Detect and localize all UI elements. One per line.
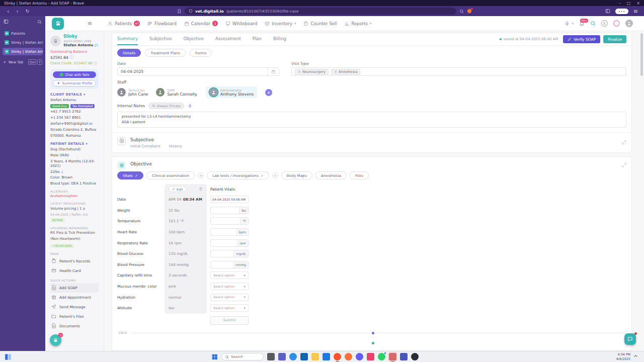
nav-item-patients[interactable]: Patients 47 <box>108 21 140 26</box>
staff-member-dvm[interactable]: DVMSarah Connolly. <box>156 88 197 97</box>
nav-item-inventory[interactable]: Inventory ▾ <box>265 21 296 26</box>
medication-name[interactable]: Volume pricing | 1 a <box>50 207 99 211</box>
info-icon[interactable]: ⓘ <box>94 61 97 66</box>
notifications-button[interactable]: 99+ <box>579 21 585 26</box>
maps-icon[interactable] <box>367 353 374 360</box>
internal-notes-textarea[interactable]: presented for L3-L4 hemilaminectomy ASA … <box>117 112 626 128</box>
browser-tab-slinky-active[interactable]: Slinky | Stefan Anto... × <box>3 48 43 55</box>
chat-with-tails-button[interactable]: Chat with Tails <box>53 71 96 78</box>
submit-vitals-button[interactable]: Submit <box>210 316 249 325</box>
tails-assistant-fab[interactable]: 3 <box>50 334 61 346</box>
brave-rewards-pill[interactable]: ••• <box>615 9 628 14</box>
shield-icon[interactable] <box>189 9 193 13</box>
verify-soap-button[interactable]: Verify SOAP <box>563 35 600 43</box>
objective-tab-clinical-examination[interactable]: Clinical examination <box>146 171 195 179</box>
reload-button[interactable]: ↻ <box>26 9 30 14</box>
brave-icon[interactable] <box>334 353 341 360</box>
bookmark-icon[interactable] <box>177 9 182 14</box>
client-email[interactable]: stefan+9905@digitail.io <box>50 122 99 126</box>
new-tab-button[interactable]: + New Tab Ctrl T <box>3 59 42 65</box>
outlook-icon[interactable] <box>300 353 308 360</box>
info-icon[interactable]: ⓘ <box>70 55 73 60</box>
respiratory-rate-input[interactable]: rpm <box>210 239 249 247</box>
tab-summary[interactable]: Summary <box>117 33 138 45</box>
quick-action-documents[interactable]: Documents <box>50 321 99 331</box>
browser-menu-icon[interactable]: ≡ <box>633 8 638 15</box>
tab-search-icon[interactable] <box>37 20 42 24</box>
link-initial-complaint[interactable]: Initial Complaint <box>130 144 160 148</box>
mode-tab-details[interactable]: Details <box>117 49 141 57</box>
visit-type-chip-anesthesia[interactable]: ×Anesthesia <box>331 69 360 75</box>
hidden-icons-chevron[interactable] <box>634 355 637 358</box>
start-button[interactable] <box>211 353 218 360</box>
tab-assessment[interactable]: Assessment <box>215 33 241 45</box>
teams-icon[interactable] <box>278 353 286 360</box>
capillary-refill-select[interactable]: Select option▾ <box>210 272 249 279</box>
add-staff-button[interactable]: + <box>265 89 272 96</box>
quick-action-add-appointment[interactable]: Add Appointment <box>50 293 99 302</box>
quick-action-add-soap[interactable]: Add SOAP <box>50 283 99 293</box>
search-button[interactable] <box>590 21 596 26</box>
whatsapp-icon[interactable] <box>378 353 385 360</box>
close-button[interactable]: × <box>636 1 640 6</box>
nav-item-calendar[interactable]: Calendar 2 <box>184 21 218 26</box>
page-search-icon[interactable] <box>459 9 464 14</box>
browser-tab-slinky-1[interactable]: Slinky | Stefan Antoniu - <box>3 39 43 46</box>
active-app-icon[interactable] <box>389 353 396 360</box>
widgets-icon[interactable] <box>5 353 12 360</box>
client-phone-1[interactable]: +61 7 9915 2762 <box>50 110 99 114</box>
billing-icon[interactable]: $ <box>601 20 608 27</box>
remove-chip-icon[interactable]: × <box>298 70 301 74</box>
finalize-button[interactable]: Finalize <box>603 35 626 43</box>
patient-details-header[interactable]: PATIENT DETAILS ▾ <box>50 142 99 146</box>
support-chat-fab[interactable] <box>624 333 636 345</box>
taskbar-search-input[interactable] <box>231 355 259 359</box>
nav-item-reports[interactable]: Reports ▾ <box>345 21 372 26</box>
link-history[interactable]: History <box>169 144 182 148</box>
nav-item-whiteboard[interactable]: Whiteboard <box>225 21 257 26</box>
file-explorer-icon[interactable] <box>311 353 319 360</box>
date-input[interactable]: 04-04-2025 <box>117 67 279 76</box>
sidebar-item-health-card[interactable]: Health Card <box>50 266 99 276</box>
tab-subjective[interactable]: Subjective <box>149 33 172 45</box>
objective-tab-vitals[interactable]: Vitals✓ <box>117 171 143 179</box>
expand-icon[interactable] <box>622 140 626 145</box>
remove-chip-icon[interactable]: × <box>334 70 337 74</box>
expand-icon[interactable] <box>622 163 626 167</box>
client-phone-2[interactable]: +1 234 567 8901 <box>50 116 99 120</box>
sidebar-item-patients-records[interactable]: Patient's Records <box>50 256 99 266</box>
objective-tab-anesthesia[interactable]: Anesthesia <box>315 171 347 179</box>
pet-name[interactable]: Slinky <box>63 34 98 39</box>
vitals-chart-point[interactable] <box>372 332 374 334</box>
summarize-profile-button[interactable]: Summarize Profile <box>53 80 96 86</box>
dictate-notes-icon[interactable] <box>188 104 192 108</box>
user-avatar[interactable] <box>625 20 633 27</box>
browser-tab-patients[interactable]: Patients <box>3 30 43 37</box>
maximize-button[interactable]: □ <box>627 1 631 6</box>
loom-icon[interactable] <box>356 353 363 360</box>
quick-action-patients-files[interactable]: Patient's Files <box>50 312 99 321</box>
edit-vitals-button[interactable]: Edit <box>169 186 186 192</box>
task-view-icon[interactable] <box>267 353 275 360</box>
objective-tab-lab-tests[interactable]: Lab tests / Investigations✓ <box>207 171 269 179</box>
firefox-icon[interactable] <box>345 353 352 360</box>
add-lab-test-icon[interactable]: + <box>272 172 278 178</box>
blood-pressure-input[interactable]: mmHg <box>210 261 249 268</box>
allergy-item[interactable]: Acetaminophen <box>50 194 99 199</box>
extension-icon[interactable] <box>467 9 472 14</box>
staff-member-administrator[interactable]: AdministratorAnthony Stevens <box>206 86 257 98</box>
nav-item-flowboard[interactable]: Flowboard <box>147 21 177 26</box>
visit-type-chip-neurosurgery[interactable]: ×Neurosurgery <box>295 69 329 75</box>
nav-item-counter-sell[interactable]: Counter Sell <box>303 21 337 26</box>
staff-member-technician[interactable]: TechnicianJohn Cane <box>117 88 148 97</box>
mode-tab-treatment-plans[interactable]: Treatment Plans <box>145 49 186 57</box>
vitals-chart-point[interactable] <box>372 342 374 344</box>
quick-action-send-message[interactable]: Send Message <box>50 302 99 312</box>
tab-billing[interactable]: Billing <box>273 33 286 45</box>
microsoft-store-icon[interactable] <box>323 353 330 360</box>
back-button[interactable]: ‹ <box>7 9 9 14</box>
heart-rate-input[interactable]: bpm <box>210 228 249 236</box>
taskbar-search[interactable] <box>221 353 264 360</box>
delete-vitals-icon[interactable] <box>199 187 203 191</box>
edge-icon[interactable] <box>289 353 297 360</box>
